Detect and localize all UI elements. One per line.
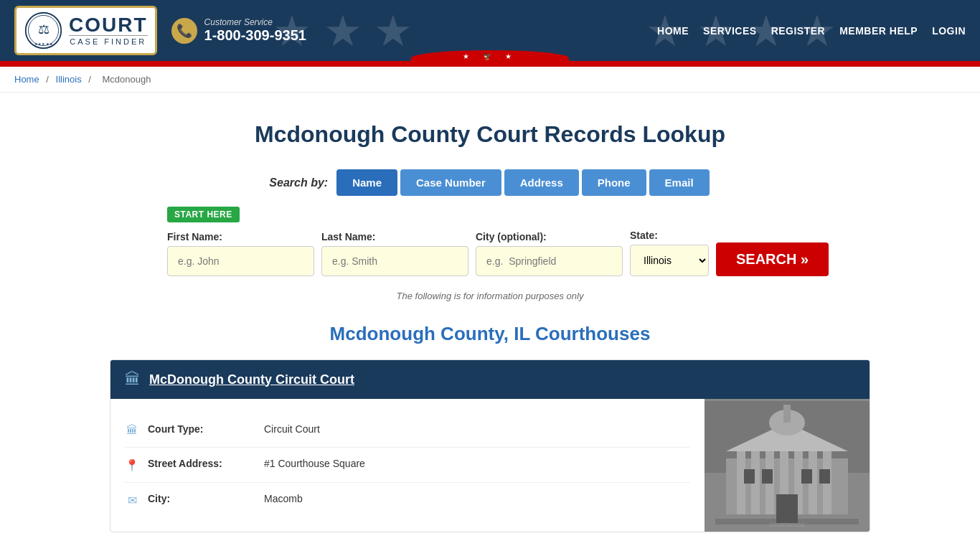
courthouses-title: Mcdonough County, IL Courthouses	[110, 323, 870, 345]
svg-rect-22	[819, 469, 830, 484]
logo-text: COURT CASE FINDER	[69, 15, 148, 46]
address-icon: 📍	[125, 458, 139, 472]
last-name-label: Last Name:	[321, 231, 468, 242]
svg-text:COURTHOUSE: COURTHOUSE	[769, 522, 805, 527]
tab-email[interactable]: Email	[649, 169, 710, 196]
court-card: 🏛 McDonough County Circuit Court 🏛 Court…	[110, 359, 870, 532]
street-address-row: 📍 Street Address: #1 Courthouse Square	[125, 448, 690, 483]
svg-rect-8	[751, 451, 760, 523]
breadcrumb-sep-2: /	[88, 74, 93, 85]
svg-rect-13	[823, 451, 831, 523]
city-input[interactable]	[476, 246, 623, 276]
breadcrumb-current: Mcdonough	[103, 74, 151, 85]
court-card-header: 🏛 McDonough County Circuit Court	[110, 360, 870, 399]
courthouse-image-svg: COURTHOUSE	[705, 401, 870, 530]
wave-decoration: ★ 🦅 ★	[411, 50, 569, 66]
city-label: City (optional):	[476, 231, 623, 242]
main-content: Mcdonough County Court Records Lookup Se…	[95, 93, 885, 551]
page-title: Mcdonough County Court Records Lookup	[110, 121, 870, 148]
search-form-row: First Name: Last Name: City (optional): …	[167, 230, 813, 276]
court-type-value: Circuit Court	[264, 423, 320, 435]
customer-service-text: Customer Service 1-800-309-9351	[204, 17, 306, 44]
state-label: State:	[630, 230, 709, 241]
header-left: ⚖ ★ ★ ★ ★ ★ COURT CASE FINDER 📞 Customer…	[14, 6, 306, 55]
nav-login[interactable]: LOGIN	[932, 25, 966, 37]
svg-text:⚖: ⚖	[38, 22, 50, 37]
first-name-label: First Name:	[167, 231, 314, 242]
svg-text:★ ★ ★ ★ ★: ★ ★ ★ ★ ★	[34, 42, 53, 46]
start-here-badge: START HERE	[167, 207, 240, 222]
logo-seal-icon: ⚖ ★ ★ ★ ★ ★	[24, 11, 63, 50]
search-by-label: Search by:	[269, 176, 328, 189]
last-name-group: Last Name:	[321, 231, 468, 276]
info-note: The following is for information purpose…	[110, 291, 870, 301]
court-image: COURTHOUSE	[705, 399, 870, 532]
svg-rect-12	[809, 451, 817, 523]
breadcrumb-illinois[interactable]: Illinois	[56, 74, 82, 85]
tab-address[interactable]: Address	[504, 169, 579, 196]
nav-register[interactable]: REGISTER	[771, 25, 826, 37]
svg-rect-19	[744, 469, 755, 484]
nav-home[interactable]: HOME	[657, 25, 689, 37]
court-details: 🏛 Court Type: Circuit Court 📍 Street Add…	[110, 399, 705, 532]
tab-case-number[interactable]: Case Number	[400, 169, 501, 196]
court-card-body: 🏛 Court Type: Circuit Court 📍 Street Add…	[110, 399, 870, 532]
courthouse-icon: 🏛	[125, 370, 141, 389]
search-button[interactable]: SEARCH »	[716, 242, 829, 276]
svg-rect-20	[762, 469, 773, 484]
logo-court-label: COURT	[69, 15, 148, 35]
first-name-input[interactable]	[167, 246, 314, 276]
court-type-row: 🏛 Court Type: Circuit Court	[125, 413, 690, 448]
phone-icon: 📞	[171, 18, 197, 44]
form-container: START HERE First Name: Last Name: City (…	[167, 207, 813, 276]
city-group: City (optional):	[476, 231, 623, 276]
state-select[interactable]: Illinois Alabama Alaska Arizona Arkansas…	[630, 245, 709, 276]
street-address-value: #1 Courthouse Square	[264, 458, 365, 469]
city-icon: ✉	[125, 494, 139, 507]
logo-case-finder-label: CASE FINDER	[69, 35, 148, 46]
tab-phone[interactable]: Phone	[582, 169, 646, 196]
state-group: State: Illinois Alabama Alaska Arizona A…	[630, 230, 709, 276]
city-row: ✉ City: Macomb	[125, 483, 690, 517]
breadcrumb: Home / Illinois / Mcdonough	[0, 67, 980, 93]
search-section: Search by: Name Case Number Address Phon…	[110, 169, 870, 276]
court-type-icon: 🏛	[125, 424, 139, 437]
main-nav: HOME SERVICES REGISTER MEMBER HELP LOGIN	[657, 25, 966, 37]
logo[interactable]: ⚖ ★ ★ ★ ★ ★ COURT CASE FINDER	[14, 6, 157, 55]
court-name-link[interactable]: McDonough County Circuit Court	[149, 372, 354, 387]
customer-service-phone: 1-800-309-9351	[204, 27, 306, 44]
nav-member-help[interactable]: MEMBER HELP	[839, 25, 918, 37]
street-address-label: Street Address:	[148, 458, 255, 469]
svg-rect-7	[737, 451, 745, 523]
city-detail-value: Macomb	[264, 493, 303, 504]
svg-rect-16	[783, 405, 791, 423]
svg-rect-9	[765, 451, 774, 523]
court-type-label: Court Type:	[148, 423, 255, 435]
first-name-group: First Name:	[167, 231, 314, 276]
customer-service: 📞 Customer Service 1-800-309-9351	[171, 17, 306, 44]
svg-rect-23	[776, 494, 798, 523]
city-detail-label: City:	[148, 493, 255, 504]
nav-services[interactable]: SERVICES	[703, 25, 757, 37]
breadcrumb-home[interactable]: Home	[14, 74, 39, 85]
red-bar: ★ 🦅 ★	[0, 61, 980, 67]
last-name-input[interactable]	[321, 246, 468, 276]
svg-rect-21	[801, 469, 812, 484]
search-tabs-row: Search by: Name Case Number Address Phon…	[110, 169, 870, 196]
breadcrumb-sep-1: /	[46, 74, 51, 85]
tab-name[interactable]: Name	[336, 169, 397, 196]
customer-service-label: Customer Service	[204, 17, 306, 27]
